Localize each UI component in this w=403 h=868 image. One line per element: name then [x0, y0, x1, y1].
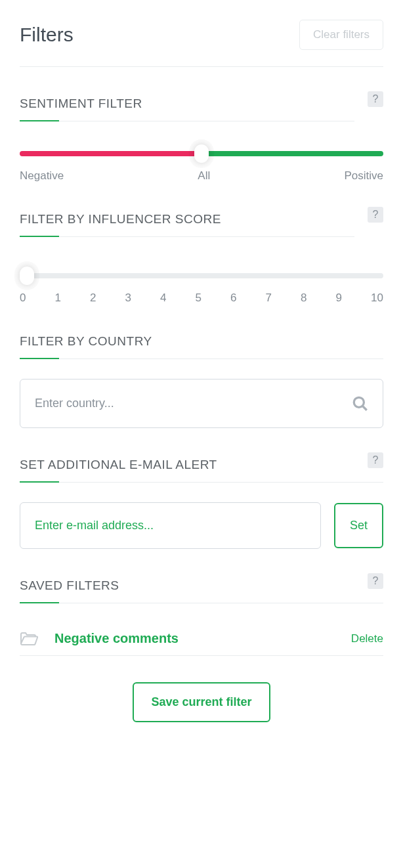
country-input[interactable] — [20, 379, 383, 428]
sentiment-title: SENTIMENT FILTER — [20, 97, 142, 111]
saved-filter-row: Negative comments Delete — [20, 622, 383, 656]
influencer-section: FILTER BY INFLUENCER SCORE ? 0 1 2 3 4 5… — [20, 212, 383, 305]
influencer-slider[interactable] — [20, 273, 383, 278]
sentiment-label-positive: Positive — [344, 169, 383, 183]
email-alert-section: SET ADDITIONAL E-MAIL ALERT ? Set — [20, 458, 383, 549]
influencer-slider-thumb[interactable] — [20, 267, 34, 285]
svg-line-1 — [362, 406, 367, 410]
delete-button[interactable]: Delete — [351, 632, 383, 645]
email-alert-title: SET ADDITIONAL E-MAIL ALERT — [20, 458, 217, 472]
svg-point-0 — [354, 397, 364, 407]
help-icon[interactable]: ? — [368, 573, 383, 589]
tick-4: 4 — [160, 292, 166, 305]
folder-open-icon — [20, 632, 38, 646]
influencer-tick-labels: 0 1 2 3 4 5 6 7 8 9 10 — [20, 292, 383, 305]
email-input[interactable] — [20, 502, 321, 549]
tick-6: 6 — [230, 292, 236, 305]
search-icon[interactable] — [352, 395, 369, 412]
set-button[interactable]: Set — [334, 503, 383, 548]
tick-9: 9 — [336, 292, 342, 305]
filters-header: Filters Clear filters — [20, 20, 383, 67]
saved-filters-title: SAVED FILTERS — [20, 578, 119, 593]
sentiment-label-negative: Negative — [20, 169, 64, 183]
help-icon[interactable]: ? — [368, 207, 383, 223]
country-title: FILTER BY COUNTRY — [20, 334, 152, 349]
influencer-title: FILTER BY INFLUENCER SCORE — [20, 212, 221, 227]
saved-filter-name[interactable]: Negative comments — [54, 631, 179, 646]
clear-filters-button[interactable]: Clear filters — [299, 20, 383, 50]
tick-0: 0 — [20, 292, 26, 305]
page-title: Filters — [20, 24, 74, 46]
tick-8: 8 — [301, 292, 307, 305]
sentiment-section: SENTIMENT FILTER ? Negative All Positive — [20, 97, 383, 183]
saved-filters-section: SAVED FILTERS ? Negative comments Delete — [20, 578, 383, 656]
tick-5: 5 — [196, 292, 202, 305]
tick-1: 1 — [55, 292, 61, 305]
help-icon[interactable]: ? — [368, 452, 383, 468]
sentiment-slider[interactable] — [20, 151, 383, 156]
help-icon[interactable]: ? — [368, 91, 383, 107]
country-section: FILTER BY COUNTRY — [20, 334, 383, 428]
tick-10: 10 — [371, 292, 383, 305]
tick-2: 2 — [90, 292, 96, 305]
tick-7: 7 — [266, 292, 272, 305]
sentiment-slider-thumb[interactable] — [194, 144, 209, 163]
save-current-filter-button[interactable]: Save current filter — [133, 682, 270, 722]
tick-3: 3 — [125, 292, 131, 305]
sentiment-labels: Negative All Positive — [20, 169, 383, 183]
sentiment-label-all: All — [198, 169, 210, 183]
